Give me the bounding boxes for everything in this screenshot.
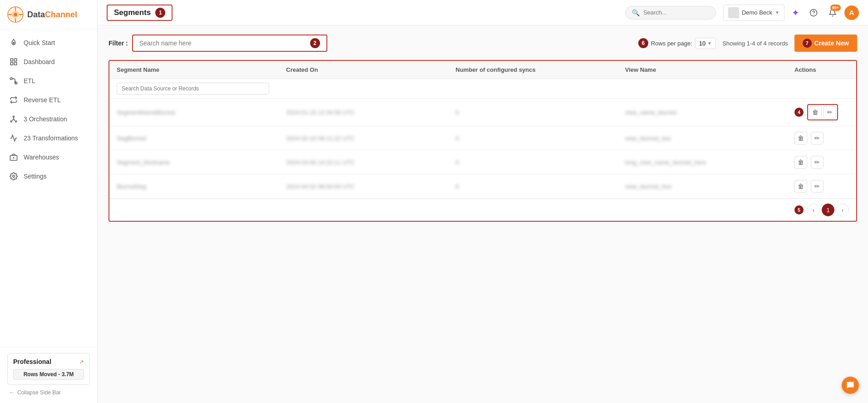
delete-button[interactable]: 🗑 xyxy=(794,156,807,169)
sidebar-item-dashboard[interactable]: Dashboard xyxy=(0,52,97,71)
col-segment-name: Segment Name xyxy=(117,66,286,73)
sidebar-item-label: 23 Transformations xyxy=(24,134,78,142)
sidebar-item-quick-start[interactable]: Quick Start xyxy=(0,33,97,52)
global-search-input[interactable] xyxy=(643,9,709,16)
chat-bubble-button[interactable] xyxy=(842,377,859,394)
cell-segment-name: SegmentNameBlurred xyxy=(117,109,286,116)
global-search-box[interactable]: 🔍 xyxy=(625,6,716,20)
pagination-badge: 5 xyxy=(794,205,804,214)
svg-point-14 xyxy=(13,116,15,117)
sidebar-item-label: Quick Start xyxy=(24,39,55,46)
col-view-name: View Name xyxy=(625,66,794,73)
table-search-row xyxy=(109,79,856,99)
cell-view-name: view_name_blurred xyxy=(625,109,794,116)
table-header: Segment Name Created On Number of config… xyxy=(109,61,856,79)
rows-per-page-select[interactable]: 10 ▼ xyxy=(695,38,716,49)
rows-per-page-control: 6 Rows per page: 10 ▼ xyxy=(638,38,716,49)
sidebar: DataChannel Quick Start Dashboard ETL xyxy=(0,0,98,403)
col-syncs: Number of configured syncs xyxy=(456,66,625,73)
svg-rect-10 xyxy=(10,63,13,65)
next-page-button[interactable]: › xyxy=(836,204,849,216)
cell-created-on: 2024-03-05 14:22:11 UTC xyxy=(286,159,455,166)
svg-rect-12 xyxy=(10,78,13,80)
settings-icon xyxy=(9,172,18,181)
svg-rect-11 xyxy=(15,63,17,65)
pagination-row: 5 ‹ 1 › xyxy=(109,199,856,221)
logo: DataChannel xyxy=(0,0,97,30)
sidebar-item-orchestration[interactable]: 3 Orchestration xyxy=(0,109,97,129)
filter-search-input[interactable] xyxy=(139,40,306,47)
cell-syncs: 0 xyxy=(456,159,625,166)
filter-badge: 2 xyxy=(310,38,320,48)
main-content: Segments 1 🔍 Demo Beck ▼ ✦ 99+ A xyxy=(98,0,868,403)
svg-point-20 xyxy=(13,175,15,178)
svg-point-15 xyxy=(10,121,12,122)
collapse-sidebar-button[interactable]: ← Collapse Side Bar xyxy=(7,385,90,398)
delete-button[interactable]: 🗑 xyxy=(794,132,807,144)
edit-button[interactable]: ✏ xyxy=(811,156,824,169)
sidebar-item-transformations[interactable]: 23 Transformations xyxy=(0,129,97,148)
actions-badge: 4 xyxy=(794,108,804,117)
sidebar-item-reverse-etl[interactable]: Reverse ETL xyxy=(0,90,97,109)
etl-icon xyxy=(9,76,18,85)
notification-count: 99+ xyxy=(830,5,841,11)
page-title-badge: 1 xyxy=(155,8,165,18)
edit-button[interactable]: ✏ xyxy=(811,180,824,193)
grid-icon xyxy=(9,57,18,66)
help-button[interactable] xyxy=(806,5,821,20)
topbar-actions: Demo Beck ▼ ✦ 99+ A xyxy=(723,5,859,21)
current-page-button[interactable]: 1 xyxy=(822,204,834,216)
filter-search-box[interactable]: 2 xyxy=(132,35,327,52)
create-new-badge: 7 xyxy=(803,39,812,48)
cell-actions: 4 🗑 ✏ xyxy=(794,104,849,120)
notification-button[interactable]: 99+ xyxy=(825,5,840,20)
content-area: Filter : 2 6 Rows per page: 10 ▼ Showing… xyxy=(98,25,868,403)
cell-actions: 🗑 ✏ xyxy=(794,180,849,193)
cell-created-on: 2024-02-10 09:11:22 UTC xyxy=(286,135,455,142)
create-new-button[interactable]: 7 Create New xyxy=(794,35,857,52)
cell-actions: 🗑 ✏ xyxy=(794,132,849,144)
sidebar-nav: Quick Start Dashboard ETL Reverse ETL xyxy=(0,30,97,347)
orchestration-icon xyxy=(9,114,18,124)
user-dropdown[interactable]: Demo Beck ▼ xyxy=(723,5,784,21)
chevron-down-icon: ▼ xyxy=(775,10,779,15)
svg-rect-8 xyxy=(10,59,13,61)
rows-moved-badge: Rows Moved - 3.7M xyxy=(13,369,84,380)
edit-button[interactable]: ✏ xyxy=(824,106,836,119)
delete-button[interactable]: 🗑 xyxy=(794,180,807,193)
sidebar-bottom: Professional ↗ Rows Moved - 3.7M ← Colla… xyxy=(0,347,97,403)
topbar: Segments 1 🔍 Demo Beck ▼ ✦ 99+ A xyxy=(98,0,868,25)
rows-per-page-value: 10 xyxy=(699,40,705,47)
external-link-icon[interactable]: ↗ xyxy=(79,358,84,365)
sidebar-item-warehouses[interactable]: Warehouses xyxy=(0,148,97,167)
prev-page-button[interactable]: ‹ xyxy=(807,204,820,216)
cell-syncs: 0 xyxy=(456,135,625,142)
table-search-input[interactable] xyxy=(117,83,269,95)
user-avatar-button[interactable]: A xyxy=(844,5,859,20)
rows-per-page-badge: 6 xyxy=(638,38,648,48)
svg-point-7 xyxy=(13,42,15,44)
sidebar-item-etl[interactable]: ETL xyxy=(0,71,97,90)
datachannel-logo-icon xyxy=(7,6,24,23)
svg-point-2 xyxy=(14,13,17,16)
table-row: SegmentNameBlurred 2024-01-15 12:34:56 U… xyxy=(109,99,856,126)
delete-button[interactable]: 🗑 xyxy=(809,106,822,119)
table-row: BlurredSeg 2024-04-01 08:00:00 UTC 0 vie… xyxy=(109,174,856,199)
plan-box: Professional ↗ Rows Moved - 3.7M xyxy=(7,353,90,385)
sidebar-item-settings[interactable]: Settings xyxy=(0,167,97,186)
ai-sparkle-icon[interactable]: ✦ xyxy=(789,6,802,19)
collapse-icon: ← xyxy=(9,389,15,396)
filter-label: Filter : xyxy=(108,40,128,47)
cell-view-name: view_blurred_four xyxy=(625,183,794,190)
search-icon: 🔍 xyxy=(632,9,640,16)
rows-per-page-label: Rows per page: xyxy=(651,40,692,47)
edit-button[interactable]: ✏ xyxy=(811,132,824,144)
cell-actions: 🗑 ✏ xyxy=(794,156,849,169)
cell-view-name: view_blurred_two xyxy=(625,135,794,142)
records-info: Showing 1-4 of 4 records xyxy=(722,40,788,47)
sidebar-item-label: Reverse ETL xyxy=(24,96,61,104)
cell-syncs: 0 xyxy=(456,183,625,190)
sidebar-item-label: 3 Orchestration xyxy=(24,115,67,123)
page-title-box: Segments 1 xyxy=(107,5,173,21)
collapse-label: Collapse Side Bar xyxy=(17,389,61,396)
